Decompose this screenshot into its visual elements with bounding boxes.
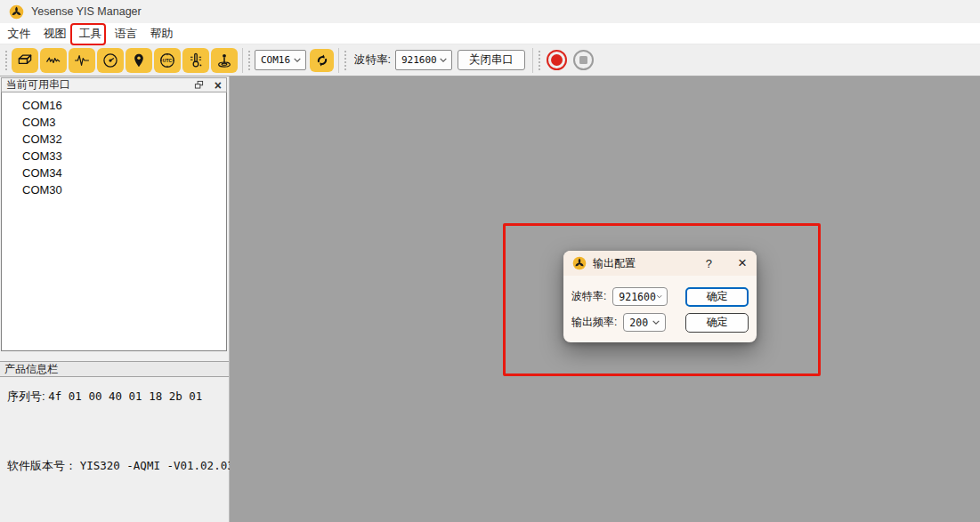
dialog-output-rate-label: 输出频率: [571, 315, 617, 330]
serial-number-value: 4f 01 00 40 01 18 2b 01 [48, 389, 202, 403]
utc-clock-button[interactable]: UTC [154, 48, 181, 73]
dialog-baud-label: 波特率: [571, 289, 606, 304]
joystick-icon [215, 52, 233, 69]
main-canvas: 输出配置 ? × 波特率: 921600 确定 输出频率: [230, 76, 980, 522]
baud-confirm-button[interactable]: 确定 [685, 287, 749, 307]
record-button[interactable] [547, 50, 567, 70]
menu-help[interactable]: 帮助 [150, 26, 174, 42]
ports-dock-title: 当前可用串口 [6, 77, 70, 92]
ports-dock-header: 当前可用串口 × [1, 77, 227, 92]
app-title: Yesense YIS Manager [31, 5, 142, 18]
free-accel-waveform-button[interactable] [40, 48, 67, 73]
chevron-down-icon [293, 57, 302, 63]
port-select-value: COM16 [261, 54, 290, 66]
port-list-item[interactable]: COM30 [2, 181, 226, 198]
temperature-button[interactable] [182, 48, 209, 73]
port-list-item[interactable]: COM32 [2, 131, 226, 148]
content-area: 当前可用串口 × COM16 COM3 COM32 COM33 COM34 CO… [0, 76, 980, 522]
yesense-logo-icon [572, 256, 587, 270]
dock-float-button[interactable] [194, 80, 204, 90]
port-list-item[interactable]: COM34 [2, 165, 226, 181]
toolbar-grip[interactable] [247, 50, 251, 71]
dock-close-button[interactable]: × [215, 81, 222, 90]
menu-file[interactable]: 文件 [7, 26, 31, 42]
toolbar-grip[interactable] [538, 50, 541, 71]
serial-number-label: 序列号: [7, 389, 45, 403]
vibration-waveform-button[interactable] [69, 48, 95, 73]
app-window: Yesense YIS Manager 文件 视图 工具 语言 帮助 [0, 0, 980, 522]
baud-rate-select[interactable]: 921600 [395, 50, 452, 70]
cube-3d-view-icon [16, 52, 34, 69]
toolbar-separator [532, 48, 533, 73]
stop-icon [579, 56, 587, 64]
dialog-baud-select[interactable]: 921600 [612, 287, 668, 306]
chevron-down-icon [439, 57, 448, 63]
dialog-output-rate-value: 200 [629, 317, 648, 329]
title-bar: Yesense YIS Manager [0, 0, 980, 23]
dialog-close-button[interactable]: × [738, 257, 747, 269]
menu-bar: 文件 视图 工具 语言 帮助 [0, 23, 980, 44]
toolbar-separator [242, 48, 243, 73]
chevron-down-icon [656, 293, 662, 300]
output-config-dialog: 输出配置 ? × 波特率: 921600 确定 输出频率: [563, 251, 757, 342]
toolbar-grip[interactable] [344, 50, 347, 71]
serial-number-line: 序列号: 4f 01 00 40 01 18 2b 01 [7, 389, 229, 405]
output-rate-row: 输出频率: 200 确定 [571, 313, 749, 332]
panel-splitter[interactable] [0, 351, 229, 361]
dialog-help-button[interactable]: ? [706, 257, 712, 270]
toolbar: UTC COM16 [0, 44, 980, 76]
cube-3d-view-button[interactable] [12, 48, 38, 73]
refresh-ports-icon [314, 52, 330, 68]
free-accel-waveform-icon [45, 52, 62, 69]
menu-language[interactable]: 语言 [114, 26, 138, 42]
gauge-icon [101, 52, 119, 69]
product-info-header: 产品信息栏 [0, 361, 229, 377]
firmware-version-label: 软件版本号： [7, 459, 77, 472]
toolbar-grip[interactable] [4, 50, 8, 71]
port-list-item[interactable]: COM33 [2, 148, 226, 165]
refresh-ports-button[interactable] [310, 49, 334, 72]
svg-text:UTC: UTC [163, 57, 173, 62]
yesense-logo-icon [9, 4, 24, 20]
dialog-baud-value: 921600 [619, 291, 656, 303]
close-icon: × [215, 81, 222, 90]
available-ports-list: COM16 COM3 COM32 COM33 COM34 COM30 [1, 92, 227, 351]
port-list-item[interactable]: COM3 [2, 114, 226, 131]
toolbar-separator [338, 48, 339, 73]
gnss-location-button[interactable] [126, 48, 152, 73]
gauge-button[interactable] [97, 48, 124, 73]
firmware-version-line: 软件版本号： YIS320 -AQMI -V01.02.03; [7, 458, 229, 474]
dialog-title-bar: 输出配置 ? × [563, 251, 757, 276]
dialog-body: 波特率: 921600 确定 输出频率: 200 确定 [563, 276, 757, 332]
stop-button[interactable] [573, 50, 594, 70]
left-panel: 当前可用串口 × COM16 COM3 COM32 COM33 COM34 CO… [0, 76, 230, 522]
close-serial-port-button[interactable]: 关闭串口 [458, 50, 525, 70]
baud-rate-label: 波特率: [354, 52, 391, 68]
dialog-title: 输出配置 [593, 256, 636, 271]
menu-view[interactable]: 视图 [43, 26, 67, 42]
output-rate-confirm-button[interactable]: 确定 [685, 313, 749, 333]
menu-tools[interactable]: 工具 [78, 26, 102, 42]
float-window-icon [194, 80, 204, 90]
record-icon [551, 54, 563, 66]
port-select[interactable]: COM16 [255, 50, 306, 70]
temperature-icon [187, 52, 205, 69]
dialog-output-rate-select[interactable]: 200 [623, 313, 666, 332]
utc-clock-icon: UTC [158, 52, 176, 69]
gnss-location-icon [130, 52, 148, 69]
vibration-waveform-icon [73, 52, 91, 69]
firmware-version-value: YIS320 -AQMI -V01.02.03; [80, 459, 241, 472]
joystick-button[interactable] [211, 48, 238, 73]
chevron-down-icon [652, 319, 660, 325]
port-list-item[interactable]: COM16 [2, 97, 226, 114]
baud-rate-value: 921600 [401, 54, 437, 66]
product-info-body: 序列号: 4f 01 00 40 01 18 2b 01 软件版本号： YIS3… [0, 377, 229, 522]
baud-rate-row: 波特率: 921600 确定 [571, 287, 749, 306]
